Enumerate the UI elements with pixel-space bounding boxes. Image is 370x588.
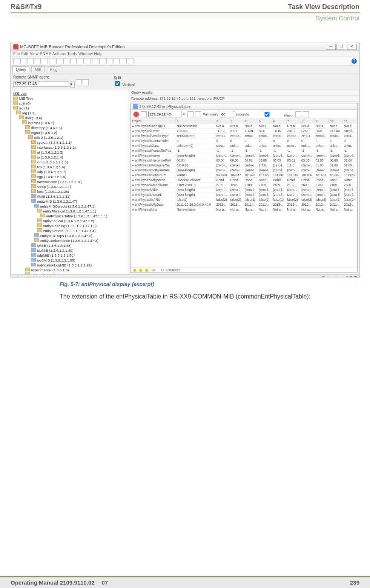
toolbar-icon[interactable] [114,58,120,64]
toolbar-icon[interactable] [42,58,48,64]
tree-item[interactable]: iso (1) [13,106,126,111]
table-row[interactable]: ● entPhysicalParentRelPos-1-1-1-1-1-1-1-… [131,148,357,153]
agent-btn-icon[interactable] [76,79,82,85]
tree-item[interactable]: egp (1.3.6.1.2.1.8) [13,174,126,179]
table-row[interactable]: ● entPhysicalFirmwareRev8.0.0.10(zero-l.… [131,163,357,168]
toolbar-icon[interactable] [121,58,127,64]
table-row[interactable]: ● entPhysicalSoftwareRev(zero-length)(ze… [131,168,357,173]
dropdown-icon[interactable]: ▾ [70,82,75,88]
tree-item[interactable]: ipMIB (1.3.6.1.2.1.48) [13,243,126,248]
table-header[interactable]: 8 [300,119,315,124]
table-header[interactable]: 5 [258,119,272,124]
tree-item[interactable]: ipv6MIB (1.3.6.1.2.1.55) [13,258,126,263]
tree-item[interactable]: entityPhysical (1.3.6.1.2.1.47.1.1) [13,209,126,214]
toolbar-icon[interactable] [63,58,69,64]
table-header[interactable]: Object [131,119,175,124]
tree-item[interactable]: entityConformance (1.3.6.1.2.1.47.3) [13,238,126,243]
stop-icon[interactable] [133,111,139,117]
tree-item[interactable]: ccitt (0) [13,101,126,106]
tree-item[interactable]: dod (1.3.6) [13,115,126,120]
tab-ping[interactable]: Ping [47,66,61,72]
toolbar-icon[interactable] [13,58,19,64]
toolbar-icon[interactable] [99,58,105,64]
agent-input[interactable] [13,81,69,87]
tree-item[interactable]: entityMIB (1.3.6.1.2.1.47) [13,199,126,204]
toolbar-icon[interactable] [71,58,77,64]
vertical-checkbox[interactable]: Vertical [114,80,135,87]
table-header[interactable]: 10 [329,119,343,124]
tab-mib[interactable]: MIB [31,66,45,72]
toolbar-icon[interactable] [49,58,55,64]
tree-item[interactable]: snmp (1.3.6.1.2.1.11) [13,184,126,189]
tree-item[interactable]: at (1.3.6.1.2.1.3) [13,150,126,155]
table-row[interactable]: ● entPhysicalModelName2109.2000.022109..… [131,183,357,188]
tree-item[interactable]: tcp (1.3.6.1.2.1.6) [13,165,126,169]
table-row[interactable]: ● entPhysicalVendorTypezeroDotZerozeroD.… [131,134,357,139]
table-row[interactable]: ● entPhysicalDescrTCE900TCE9..IPS1TDU9..… [131,129,357,134]
tree-item[interactable]: mib-2 (1.3.6.1.2.1) [13,135,126,140]
table-row[interactable]: ● entPhysicalAlias(zero-length)(zero-l..… [131,188,357,192]
help-icon[interactable]: ? [352,58,357,64]
table-row[interactable]: ● entPhysicalIsFRUfalse(2)false(2)false(… [131,197,357,202]
table-header[interactable]: 3 [229,119,244,124]
tree-item[interactable]: tcpMIB (1.3.6.1.2.1.49) [13,248,126,253]
tree-item[interactable]: system (1.3.6.1.2.1.1) [13,140,126,145]
tree-item[interactable]: udpMIB (1.3.6.1.2.1.50) [13,253,126,258]
toolbar-icon[interactable] [20,58,26,64]
toolbar-icon[interactable] [92,58,98,64]
table-scroll[interactable]: Object1234567891011● entPhysicalIndex(ID… [131,119,357,268]
agent-btn-icon[interactable] [83,79,89,85]
tree-item[interactable]: udp (1.3.6.1.2.1.7) [13,169,126,174]
table-header[interactable]: 4 [243,119,258,124]
table-row[interactable]: ● entPhysicalContainedIn00000000000 [131,139,357,143]
table-header[interactable]: 9 [315,119,329,124]
tree-item[interactable]: icmp (1.3.6.1.2.1.5) [13,160,126,165]
table-row[interactable]: ● entPhysicalSerialNum900019900009104347… [131,173,357,178]
close-button[interactable]: ✕ [347,44,357,50]
tree-item[interactable]: directory (1.3.6.1.1) [13,125,126,130]
menubar[interactable]: File Edit View SNMP Actions Tools Window… [11,51,359,57]
tree-item[interactable]: ip (1.3.6.1.2.1.4) [13,155,126,160]
toolbar-icon[interactable] [78,58,84,64]
table-row[interactable]: ● entPhysicalAssetID(zero-length)(zero-l… [131,192,357,197]
table-header[interactable]: 2 [215,119,229,124]
tree-item[interactable]: entPhysicalTable (1.3.6.1.2.1.47.1.1.1) [13,214,126,219]
tree-item[interactable]: experimental (1.3.6.1.3) [13,268,126,272]
table-row[interactable]: ● entPhysicalClassunknown(2)unkn..unkn..… [131,143,357,148]
tab-query[interactable]: Query [12,66,29,72]
tree-item[interactable]: entityMIBTraps (1.3.6.1.2.1.47.2) [13,233,126,238]
toolbar-icon[interactable] [35,58,41,64]
poll-input[interactable] [220,111,234,117]
toolbar-icon[interactable] [128,58,134,64]
inner-btn-icon[interactable] [295,111,301,117]
tree-item[interactable]: entityMapping (1.3.6.1.2.1.47.1.3) [13,223,126,228]
table-row[interactable]: ● entPhysicalMfgDate2011-10-26,0:0:0.0,+… [131,202,357,207]
table-header[interactable]: 11 [343,119,357,124]
toolbar-icon[interactable] [56,58,62,64]
tree-item[interactable]: notificationLogMIB (1.3.6.1.2.1.92) [13,263,126,268]
tree-item[interactable]: transmission (1.3.6.1.2.1.10) [13,179,126,184]
table-header[interactable]: 1 [175,119,215,124]
tree-item[interactable]: entityMIBObjects (1.3.6.1.2.1.47.1) [13,204,126,209]
toolbar-icon[interactable] [85,58,91,64]
maximize-button[interactable]: ❐ [336,44,346,50]
table-row[interactable]: ● entPhysicalMfgNameRohde&SchwarzRohd..R… [131,178,357,183]
minimize-button[interactable]: — [326,44,336,50]
refresh-icon[interactable] [141,111,147,117]
toolbar-icon[interactable] [106,58,112,64]
tree-item[interactable]: org (1.3) [13,111,126,115]
tree-item[interactable]: host (1.3.6.1.2.1.25) [13,189,126,194]
toolbar-icon[interactable] [28,58,34,64]
inner-btn-icon[interactable] [195,111,201,117]
table-header[interactable]: 6 [272,119,286,124]
table-row[interactable]: ● entPhysicalUrisNot availableNot a..Not… [131,207,357,212]
tree-item[interactable]: ifMIB (1.3.6.1.2.1.31) [13,194,126,199]
table-header[interactable]: 7 [286,119,300,124]
tree-item[interactable]: internet (1.3.6.1) [13,120,126,125]
tree-item[interactable]: entityLogical (1.3.6.1.2.1.47.1.2) [13,219,126,223]
tree-item[interactable]: interfaces (1.3.6.1.2.1.2) [13,145,126,150]
tree-item[interactable]: entityGeneral (1.3.6.1.2.1.47.1.4) [13,228,126,233]
table-row[interactable]: ● entPhysicalName(zero-length)(zero-l..(… [131,153,357,158]
tree-item[interactable]: mgmt (1.3.6.1.2) [13,130,126,135]
mirror-checkbox[interactable]: Mirror [250,111,293,118]
